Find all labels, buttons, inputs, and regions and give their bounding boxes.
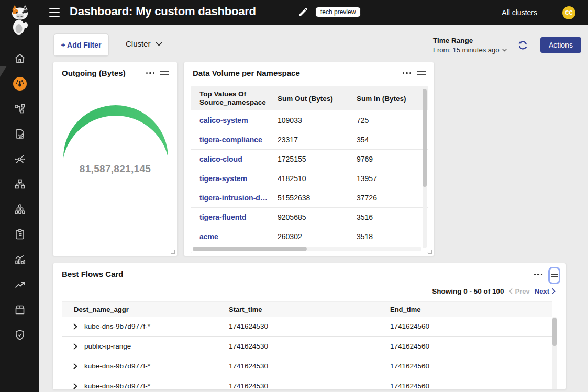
dashboard-gauge-icon [13,76,27,91]
column-header: End_time [390,306,552,313]
expand-row-button[interactable] [73,383,78,389]
expand-row-icon[interactable] [73,343,78,350]
home-icon [14,52,26,65]
horizontal-scrollbar-thumb[interactable] [193,247,307,251]
packages-icon [14,304,26,316]
table-row: tigera-fluentd92056853516 [191,207,428,227]
sum-out-value: 4182510 [278,174,357,183]
column-header: Sum Out (Bytes) [278,95,357,103]
outgoing-bytes-card: Outgoing (Bytes) 81,587,821,145 [52,62,178,256]
namespace-link[interactable]: calico-cloud [199,155,278,163]
vertical-scrollbar-thumb[interactable] [552,318,557,346]
sidebar-item-statistics[interactable] [0,247,39,272]
card-drag-handle-focused[interactable] [548,267,560,284]
sidebar-item-policies[interactable] [0,121,39,147]
sidebar-item-service-graph[interactable] [0,96,39,121]
security-shield-icon [14,329,26,341]
hamburger-menu-icon[interactable] [49,8,60,17]
card-menu-icon[interactable] [403,72,411,74]
expand-row-icon[interactable] [73,323,78,330]
sum-out-value: 109033 [278,116,357,125]
sum-in-value: 3516 [357,213,428,221]
start-time-value: 1741624530 [229,382,390,390]
expand-row-button[interactable] [73,323,78,330]
compliance-clipboard-icon [14,228,26,241]
sum-in-value: 3518 [357,232,428,241]
avatar[interactable]: CC [562,6,575,19]
card-drag-handle-icon[interactable] [417,71,426,75]
chevron-right-icon [552,288,556,294]
end-time-value: 1741624560 [390,342,552,350]
sum-out-value: 9205685 [278,213,357,221]
edit-dashboard-icon[interactable] [298,7,308,19]
end-time-value: 1741624560 [390,382,552,390]
sidebar-item-topology[interactable] [0,172,39,197]
namespace-link[interactable]: tigera-intrusion-d… [199,194,278,202]
pagination-summary: Showing 0 - 50 of 100 [432,287,504,295]
column-header: Top Values Of Source_namespace [199,90,273,107]
next-page-button[interactable]: Next [535,287,556,295]
namespace-link[interactable]: tigera-system [199,174,278,183]
dest-name-value: public-ip-range [84,342,131,350]
cluster-filter-dropdown[interactable]: Cluster [126,39,162,48]
time-range-selector[interactable]: From: 15 minutes ago [433,46,507,54]
trends-icon [14,278,26,291]
start-time-value: 1741624530 [229,322,390,330]
start-time-value: 1741624530 [229,342,390,350]
card-menu-icon[interactable] [534,274,542,275]
end-time-value: 1741624560 [390,322,552,330]
data-volume-table: Top Values Of Source_namespace Sum Out (… [191,86,428,253]
expand-row-button[interactable] [73,343,78,350]
sidebar-item-network-flow[interactable] [0,147,39,172]
namespace-link[interactable]: acme [199,232,278,241]
sum-out-value: 260302 [278,232,357,241]
expand-row-icon[interactable] [73,383,78,389]
network-flow-icon [14,153,26,165]
table-row: calico-cloud17251559769 [191,149,428,169]
card-resize-handle[interactable] [428,250,432,254]
policies-icon [14,128,26,140]
sidebar [0,0,39,392]
best-flows-table-body: kube-dns-9b7d977f-*17416245301741624560p… [62,317,552,390]
data-volume-card: Data Volume per Namespace Top Values Of … [183,62,435,256]
sidebar-item-security[interactable] [0,322,39,348]
sum-out-value: 51552638 [278,194,357,202]
table-row: kube-dns-9b7d977f-*17416245301741624560 [62,376,552,390]
sidebar-item-compliance[interactable] [0,222,39,247]
table-row: tigera-compliance23317354 [191,130,428,149]
sidebar-item-cluster-group[interactable] [0,197,39,222]
expand-row-icon[interactable] [73,363,78,369]
namespace-link[interactable]: tigera-fluentd [199,213,278,221]
table-row: tigera-system418251013957 [191,169,428,188]
namespace-link[interactable]: tigera-compliance [199,136,278,144]
gauge-value: 81,587,821,145 [53,163,177,175]
expand-row-button[interactable] [73,363,78,369]
dest-name-value: kube-dns-9b7d977f-* [84,322,150,330]
best-flows-card: Best Flows Card Showing 0 - 50 of 100 Pr… [52,263,567,390]
time-range-control: Time Range From: 15 minutes ago [433,37,507,54]
actions-button[interactable]: Actions [540,37,581,53]
pagination: Showing 0 - 50 of 100 Prev Next [432,287,556,295]
sidebar-item-home[interactable] [0,46,39,71]
table-row: acme2603023518 [191,227,428,246]
sidebar-item-trends[interactable] [0,272,39,297]
end-time-value: 1741624560 [390,362,552,370]
sum-in-value: 725 [357,116,428,125]
sidebar-item-packages[interactable] [0,297,39,322]
refresh-icon[interactable] [517,40,528,53]
prev-page-button[interactable]: Prev [509,287,530,295]
statistics-chart-icon [14,253,26,266]
add-filter-button[interactable]: + Add Filter [53,33,109,56]
table-header-row: Top Values Of Source_namespace Sum Out (… [191,86,428,110]
namespace-link[interactable]: calico-system [199,116,278,125]
card-resize-handle[interactable] [171,250,175,254]
data-volume-table-body: calico-system109033725tigera-compliance2… [191,110,428,246]
topology-icon [14,178,26,191]
sidebar-item-dashboard[interactable] [0,71,39,96]
table-header-row: Dest_name_aggr Start_time End_time [62,301,552,317]
sum-in-value: 37726 [357,194,428,202]
tech-preview-badge: tech preview [315,7,361,17]
calico-cat-logo[interactable] [0,4,39,36]
cluster-scope-selector[interactable]: All clusters [502,8,537,17]
vertical-scrollbar-thumb[interactable] [423,89,427,187]
